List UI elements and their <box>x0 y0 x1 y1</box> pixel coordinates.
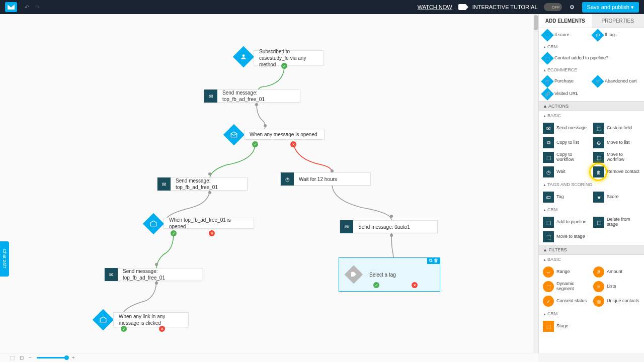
item-copy-to-workflow[interactable]: ⬚Copy to workflow <box>542 151 591 164</box>
port-yes[interactable]: ✓ <box>373 282 379 288</box>
tutorial-toggle[interactable]: OFF <box>544 3 562 11</box>
node-wait[interactable]: ◷Wait for 12 hours <box>280 172 371 186</box>
tutorial-label: INTERACTIVE TUTORIAL <box>472 4 538 10</box>
undo-icon[interactable]: ↶ <box>25 4 29 11</box>
item-dynamic-segment[interactable]: ⬚Dynamic segment <box>542 280 591 293</box>
zoom-in-icon[interactable]: + <box>72 355 75 360</box>
item-move-to-workflow[interactable]: ⬚Move to workflow <box>592 151 641 164</box>
topbar: ↶ ↷ WATCH NOW INTERACTIVE TUTORIAL OFF ⚙… <box>0 0 644 14</box>
item-abandoned-cart[interactable]: 🛒Abandoned cart <box>592 76 641 87</box>
center-icon[interactable]: ⊡ <box>20 355 24 360</box>
fit-icon[interactable]: ⬚ <box>10 355 15 360</box>
item-add-pipeline[interactable]: ⬚Add to pipeline <box>542 216 591 229</box>
clock-icon: ◷ <box>281 172 294 186</box>
workflow-canvas[interactable]: Subscribed to casestudy_fe via any metho… <box>0 14 538 353</box>
item-score[interactable]: ★Score <box>592 191 641 204</box>
section-filters[interactable]: ▲ FILTERS <box>539 245 644 255</box>
item-contact-pipeline[interactable]: ⬚Contact added to pipeline? <box>542 53 641 64</box>
svg-point-4 <box>390 215 393 218</box>
condition-link-click-icon[interactable] <box>93 309 114 330</box>
node-select-tag[interactable]: ⧉🗑 Select a tag ✓ ✕ <box>339 257 440 292</box>
group-crm[interactable]: CRM <box>539 42 644 51</box>
delete-icon[interactable]: 🗑 <box>434 258 438 263</box>
item-visited-url[interactable]: 🔗Visited URL <box>542 88 591 100</box>
canvas-scrollbar[interactable] <box>533 14 538 353</box>
node-link-clicked[interactable]: When any link in any message is clicked <box>113 312 189 327</box>
item-if-score[interactable]: ⬚If score.. <box>542 30 591 41</box>
port-no[interactable]: ✕ <box>209 230 215 236</box>
tag-placeholder-icon <box>345 265 363 284</box>
node-opened-any[interactable]: When any message is opened <box>244 129 325 140</box>
group-basic-filters[interactable]: BASIC <box>539 255 644 264</box>
svg-point-5 <box>390 234 393 237</box>
item-send-message[interactable]: ✉Send message <box>542 122 591 135</box>
node-send-2[interactable]: ✉Send message: top_fb_ad_free_01 <box>157 177 248 191</box>
port-yes[interactable]: ✓ <box>121 326 127 332</box>
redo-icon[interactable]: ↷ <box>35 4 40 11</box>
item-move-stage[interactable]: ⬚Move to stage <box>542 230 591 243</box>
gear-icon[interactable]: ⚙ <box>568 3 576 11</box>
item-delete-stage[interactable]: ⬚Delete from stage <box>592 216 641 229</box>
item-amount[interactable]: #Amount <box>592 265 641 279</box>
camera-icon <box>458 4 466 10</box>
svg-point-10 <box>243 54 245 57</box>
tab-add-elements[interactable]: ADD ELEMENTS <box>539 14 592 28</box>
port-no[interactable]: ✕ <box>159 326 165 332</box>
node-opened-specific[interactable]: When top_fb_ad_free_01 is opened <box>164 218 254 229</box>
item-tag[interactable]: 🏷Tag <box>542 191 591 204</box>
zoom-slider[interactable] <box>37 357 67 358</box>
group-tags-scoring[interactable]: TAGS AND SCORING <box>539 180 644 189</box>
port-yes[interactable]: ✓ <box>252 141 258 147</box>
item-purchase[interactable]: 🛒Purchase <box>542 76 591 87</box>
item-copy-to-list[interactable]: ⧉Copy to list <box>542 136 591 149</box>
item-remove-contact[interactable]: 🗑Remove contact <box>592 165 641 178</box>
port-yes[interactable]: ✓ <box>281 63 287 69</box>
save-publish-button[interactable]: Save and publish ▾ <box>582 2 639 13</box>
watch-now-link[interactable]: WATCH NOW <box>418 4 452 10</box>
item-if-tag[interactable]: 🏷If tag.. <box>592 30 641 41</box>
mail-icon: ✉ <box>204 89 217 103</box>
item-custom-field[interactable]: ⬚Custom field <box>592 122 641 135</box>
item-unique-contacts[interactable]: ◎Unique contacts <box>592 295 641 308</box>
node-subscribed[interactable]: Subscribed to casestudy_fe via any metho… <box>254 50 324 65</box>
zoom-out-icon[interactable]: − <box>29 355 32 360</box>
tab-properties[interactable]: PROPERTIES <box>592 14 645 28</box>
node-send-auto[interactable]: ✉Send message: 0auto1 <box>340 220 438 233</box>
bottom-toolbar: ⬚ ⊡ − + <box>0 353 538 362</box>
mail-icon: ✉ <box>105 268 118 281</box>
port-no[interactable]: ✕ <box>290 141 296 147</box>
item-move-to-list[interactable]: ⊖Move to list <box>592 136 641 149</box>
group-ecommerce[interactable]: ECOMMERCE <box>539 65 644 74</box>
item-wait[interactable]: ◷Wait <box>542 165 591 178</box>
svg-point-1 <box>264 124 267 127</box>
condition-opened-icon[interactable] <box>223 124 245 145</box>
node-send-3[interactable]: ✉Send message: top_fb_ad_free_01 <box>104 268 202 281</box>
start-trigger-icon[interactable] <box>233 46 254 67</box>
section-actions[interactable]: ▲ ACTIONS <box>539 101 644 111</box>
app-logo[interactable] <box>5 2 17 12</box>
side-panel: ADD ELEMENTS PROPERTIES ⬚If score.. 🏷If … <box>538 14 644 353</box>
group-crm-filters[interactable]: CRM <box>539 309 644 318</box>
condition-opened-specific-icon[interactable] <box>143 213 164 234</box>
item-range[interactable]: ↔Range <box>542 265 591 279</box>
port-no[interactable]: ✕ <box>412 282 418 288</box>
item-lists[interactable]: ≡Lists <box>592 280 641 293</box>
port-yes[interactable]: ✓ <box>171 230 177 236</box>
mail-icon: ✉ <box>157 177 171 191</box>
group-crm-actions[interactable]: CRM <box>539 205 644 214</box>
group-basic[interactable]: BASIC <box>539 111 644 120</box>
mail-icon: ✉ <box>340 220 353 233</box>
item-stage[interactable]: ⬚Stage <box>542 320 591 333</box>
chat-tab[interactable]: Chat 24/7 <box>0 241 9 277</box>
item-consent-status[interactable]: ✓Consent status <box>542 295 591 308</box>
node-send-1[interactable]: ✉Send message: top_fb_ad_free_01 <box>204 89 300 103</box>
copy-icon[interactable]: ⧉ <box>429 258 432 263</box>
